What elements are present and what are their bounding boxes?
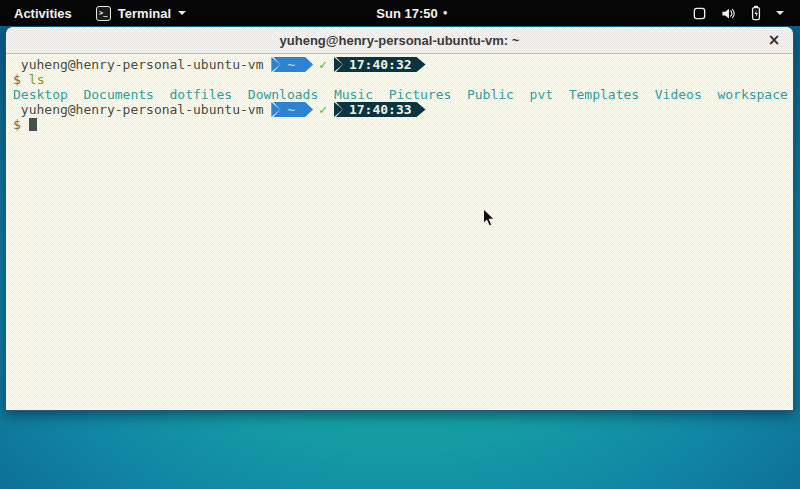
chevron-down-icon [776, 11, 784, 15]
terminal-cursor [29, 118, 37, 131]
system-tray-button[interactable] [692, 0, 800, 26]
notification-dot: ● [443, 0, 448, 26]
prompt-path: ~ [287, 102, 295, 117]
top-bar: Activities >_ Terminal Sun 17:50 ● [0, 0, 800, 26]
battery-charging-icon [749, 5, 763, 21]
terminal-app-icon: >_ [96, 6, 111, 21]
prompt-user: yuheng@henry-personal-ubuntu-vm [13, 57, 271, 72]
prompt-line: yuheng@henry-personal-ubuntu-vm ~ ✓ 17:4… [13, 102, 793, 117]
prompt-time-segment: 17:40:32 [336, 57, 426, 72]
close-button[interactable]: × [765, 31, 783, 49]
prompt-time-segment: 17:40:33 [336, 102, 426, 117]
command-line: $ ls [13, 72, 793, 87]
ls-output-line: Desktop Documents dotfiles Downloads Mus… [13, 87, 793, 102]
directory-list: Desktop Documents dotfiles Downloads Mus… [13, 87, 788, 102]
app-menu-label: Terminal [118, 6, 171, 21]
display-icon [692, 6, 707, 21]
typed-command: ls [29, 72, 45, 87]
clock-button[interactable]: Sun 17:50 ● [376, 0, 447, 26]
prompt-symbol: $ [13, 117, 21, 132]
top-bar-left: Activities >_ Terminal [0, 4, 186, 23]
prompt-time: 17:40:32 [349, 57, 412, 72]
activities-button[interactable]: Activities [10, 4, 76, 23]
title-bar[interactable]: yuheng@henry-personal-ubuntu-vm: ~ × [6, 27, 793, 54]
success-check-icon: ✓ [319, 57, 327, 72]
input-line: $ [13, 117, 793, 132]
prompt-user: yuheng@henry-personal-ubuntu-vm [13, 102, 271, 117]
volume-icon [720, 6, 736, 21]
prompt-symbol: $ [13, 72, 21, 87]
prompt-line: yuheng@henry-personal-ubuntu-vm ~ ✓ 17:4… [13, 57, 793, 72]
desktop: Activities >_ Terminal Sun 17:50 ● [0, 0, 800, 489]
terminal-window: yuheng@henry-personal-ubuntu-vm: ~ × yuh… [5, 27, 794, 411]
prompt-path: ~ [287, 57, 295, 72]
app-menu-button[interactable]: >_ Terminal [96, 6, 186, 21]
terminal-body[interactable]: yuheng@henry-personal-ubuntu-vm ~ ✓ 17:4… [6, 54, 793, 410]
chevron-down-icon [178, 11, 186, 15]
window-title: yuheng@henry-personal-ubuntu-vm: ~ [280, 33, 520, 48]
clock-label: Sun 17:50 [376, 6, 437, 21]
prompt-time: 17:40:33 [349, 102, 412, 117]
success-check-icon: ✓ [319, 102, 327, 117]
